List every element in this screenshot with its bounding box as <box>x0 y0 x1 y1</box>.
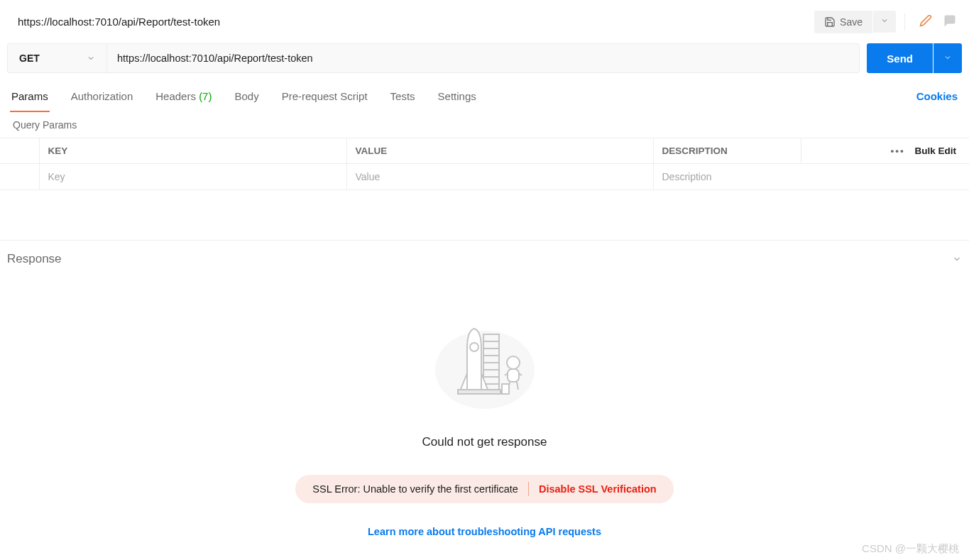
svg-point-9 <box>470 343 478 351</box>
save-button[interactable]: Save <box>814 11 872 33</box>
error-text: SSL Error: Unable to verify the first ce… <box>312 483 518 495</box>
svg-point-11 <box>507 356 520 369</box>
chevron-down-icon <box>87 54 95 62</box>
key-header: KEY <box>39 138 346 164</box>
tab-prerequest[interactable]: Pre-request Script <box>280 80 369 112</box>
tab-headers[interactable]: Headers (7) <box>154 80 213 112</box>
tab-settings[interactable]: Settings <box>437 80 478 112</box>
more-options-icon[interactable]: ••• <box>884 146 912 156</box>
value-header: VALUE <box>346 138 653 164</box>
send-button[interactable]: Send <box>867 43 933 73</box>
checkbox-header <box>0 138 39 164</box>
comment-button[interactable] <box>938 9 962 35</box>
response-label: Response <box>7 252 62 266</box>
edit-button[interactable] <box>914 9 938 35</box>
bulk-edit-button[interactable]: Bulk Edit <box>914 146 956 156</box>
query-params-label: Query Params <box>0 112 969 138</box>
tab-params[interactable]: Params <box>10 80 50 112</box>
tab-authorization[interactable]: Authorization <box>70 80 135 112</box>
request-title: https://localhost:7010/api/Report/test-t… <box>7 16 814 28</box>
cookies-link[interactable]: Cookies <box>916 90 959 102</box>
method-label: GET <box>19 53 40 64</box>
value-input[interactable] <box>356 171 645 182</box>
disable-ssl-button[interactable]: Disable SSL Verification <box>539 483 657 495</box>
divider <box>528 482 529 496</box>
tab-body[interactable]: Body <box>233 80 260 112</box>
chevron-down-icon[interactable] <box>952 254 962 264</box>
save-icon <box>824 16 836 28</box>
method-select[interactable]: GET <box>8 44 107 72</box>
tab-tests[interactable]: Tests <box>389 80 417 112</box>
error-banner: SSL Error: Unable to verify the first ce… <box>295 475 673 503</box>
save-label: Save <box>840 16 863 28</box>
url-input[interactable] <box>107 44 859 72</box>
save-dropdown-button[interactable] <box>873 11 896 33</box>
pencil-icon <box>919 14 932 27</box>
send-dropdown-button[interactable] <box>934 43 962 73</box>
learn-more-link[interactable]: Learn more about troubleshooting API req… <box>14 526 955 537</box>
description-header: DESCRIPTION <box>653 138 801 164</box>
divider <box>904 13 905 31</box>
rocket-illustration <box>428 313 542 412</box>
chevron-down-icon <box>880 16 889 25</box>
svg-rect-17 <box>502 384 509 394</box>
no-response-text: Could not get response <box>14 435 955 449</box>
svg-rect-10 <box>458 390 500 394</box>
comment-icon <box>943 14 956 27</box>
key-input[interactable] <box>48 171 338 182</box>
chevron-down-icon <box>943 53 952 62</box>
description-input[interactable] <box>662 171 957 182</box>
table-row <box>0 164 969 190</box>
svg-rect-12 <box>508 369 519 382</box>
